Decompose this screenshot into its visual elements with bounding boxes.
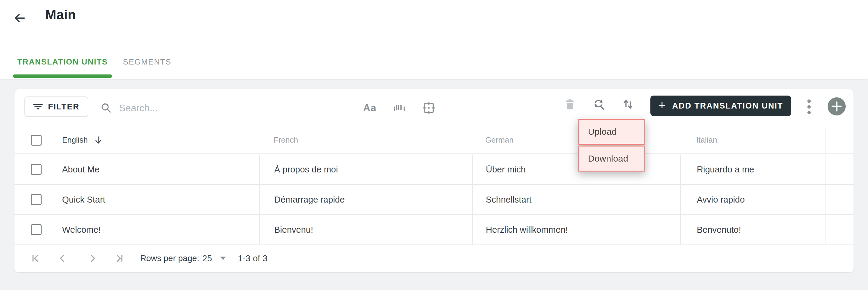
last-page-button[interactable] <box>114 253 125 264</box>
cell-text: Über mich <box>486 165 526 175</box>
header-cell-german[interactable]: German <box>472 126 680 153</box>
sort-arrows-button[interactable] <box>623 98 633 110</box>
search-icon <box>100 102 112 114</box>
barcode-button[interactable] <box>393 103 405 113</box>
column-label: German <box>485 135 514 145</box>
delete-button[interactable] <box>564 98 576 110</box>
kebab-menu-icon <box>807 99 811 114</box>
row-checkbox[interactable] <box>31 224 41 235</box>
first-page-icon <box>30 253 41 264</box>
cell-italian: Riguardo a me <box>680 155 825 184</box>
view-options: Aa <box>363 89 435 126</box>
more-options-button[interactable] <box>802 97 816 116</box>
tab-segments[interactable]: SEGMENTS <box>123 53 168 71</box>
row-checkbox[interactable] <box>31 164 41 175</box>
cell-text: Benvenuto! <box>697 225 741 235</box>
column-label: Italian <box>696 135 717 145</box>
rows-per-page-select[interactable]: 25 <box>202 254 226 263</box>
focus-frame-button[interactable] <box>422 101 435 115</box>
barcode-icon <box>393 103 405 113</box>
menu-item-upload[interactable]: Upload <box>578 119 645 145</box>
plus-icon: + <box>658 99 666 111</box>
menu-item-label: Download <box>588 153 628 164</box>
pagination-range: 1-3 of 3 <box>238 254 267 263</box>
table-row[interactable]: Welcome! Bienvenu! Herzlich willkommen! … <box>14 215 854 245</box>
cell-english: Welcome! <box>14 215 259 244</box>
header-cell-spacer <box>825 126 854 153</box>
sort-desc-arrow-icon <box>94 136 102 144</box>
table-toolbar: FILTER Aa <box>14 89 854 126</box>
tab-label: TRANSLATION UNITS <box>17 57 107 67</box>
add-column-button[interactable] <box>828 97 846 115</box>
table-body: About Me À propos de moi Über mich Rigua… <box>14 155 854 245</box>
trash-icon <box>564 98 576 110</box>
header-cell-french[interactable]: French <box>259 126 472 153</box>
tab-label: SEGMENTS <box>123 57 171 67</box>
active-tab-indicator <box>13 75 112 78</box>
header-cell-italian[interactable]: Italian <box>680 126 825 153</box>
cell-spacer <box>825 185 854 214</box>
cell-english: About Me <box>14 155 259 184</box>
chevron-down-icon <box>220 257 226 260</box>
cell-text: Bienvenu! <box>274 225 313 235</box>
cell-english: Quick Start <box>14 185 259 214</box>
menu-item-label: Upload <box>588 126 617 137</box>
text-case-button[interactable]: Aa <box>363 102 376 114</box>
cell-italian: Avvio rapido <box>680 185 825 214</box>
cell-german: Über mich <box>472 155 680 184</box>
rows-per-page-value: 25 <box>202 254 212 263</box>
filter-lines-icon <box>33 102 43 112</box>
cell-text: Avvio rapido <box>697 195 745 205</box>
translation-units-card: FILTER Aa <box>14 89 854 272</box>
column-label: French <box>274 135 298 145</box>
cell-spacer <box>825 155 854 184</box>
text-case-icon: Aa <box>363 102 376 114</box>
table-row[interactable]: Quick Start Démarrage rapide Schnellstar… <box>14 185 854 215</box>
column-sort-english[interactable]: English <box>62 135 102 145</box>
filter-button[interactable]: FILTER <box>24 96 88 117</box>
cell-text: Schnellstart <box>486 195 532 205</box>
cell-text: Welcome! <box>62 225 101 235</box>
table-footer: Rows per page: 25 1-3 of 3 <box>14 244 854 272</box>
header-cell-english: English <box>14 126 259 153</box>
add-translation-unit-label: ADD TRANSLATION UNIT <box>672 101 783 111</box>
chevron-right-icon <box>87 253 98 264</box>
cell-german: Schnellstart <box>472 185 680 214</box>
cell-spacer <box>825 215 854 244</box>
cell-italian: Benvenuto! <box>680 215 825 244</box>
add-translation-unit-button[interactable]: + ADD TRANSLATION UNIT <box>650 95 791 116</box>
plus-circle-icon <box>832 101 842 112</box>
tab-translation-units[interactable]: TRANSLATION UNITS <box>13 53 112 71</box>
select-all-checkbox[interactable] <box>31 135 41 146</box>
translation-units-page: Main TRANSLATION UNITS SEGMENTS FILTER <box>0 0 868 290</box>
last-page-icon <box>114 253 125 264</box>
table-row[interactable]: About Me À propos de moi Über mich Rigua… <box>14 155 854 185</box>
cell-text: Quick Start <box>62 195 105 205</box>
rows-per-page-label: Rows per page: <box>140 254 199 263</box>
import-export-menu: Upload Download <box>578 119 645 172</box>
chevron-left-icon <box>57 253 67 264</box>
cell-text: Démarrage rapide <box>274 195 345 205</box>
filter-button-label: FILTER <box>48 102 79 112</box>
search-field <box>100 89 306 126</box>
back-button[interactable] <box>13 10 29 26</box>
page-title: Main <box>45 7 76 22</box>
search-input[interactable] <box>119 103 306 114</box>
menu-item-download[interactable]: Download <box>578 146 645 172</box>
first-page-button[interactable] <box>30 253 41 264</box>
up-down-arrows-icon <box>623 98 633 110</box>
table-header-row: English French German Italian <box>14 126 854 154</box>
cell-french: Bienvenu! <box>259 215 472 244</box>
column-label: English <box>62 135 88 145</box>
focus-frame-icon <box>422 101 435 115</box>
row-checkbox[interactable] <box>31 194 41 205</box>
cell-text: Riguardo a me <box>697 165 754 175</box>
next-page-button[interactable] <box>87 253 98 264</box>
cell-text: À propos de moi <box>274 165 338 175</box>
cell-text: Herzlich willkommen! <box>486 225 568 235</box>
cell-text: About Me <box>62 165 99 175</box>
sync-search-button[interactable] <box>592 98 605 111</box>
sync-search-icon <box>592 98 605 111</box>
previous-page-button[interactable] <box>57 253 67 264</box>
arrow-left-icon <box>13 11 29 25</box>
